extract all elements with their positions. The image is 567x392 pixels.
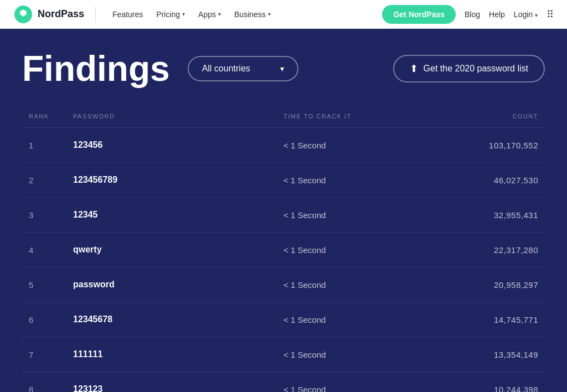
- nav-divider: [95, 7, 96, 22]
- cell-rank: 5: [22, 267, 66, 302]
- table-row: 4 qwerty < 1 Second 22,317,280: [22, 233, 545, 267]
- country-select-button[interactable]: All countries ▾: [188, 56, 298, 81]
- pricing-chevron-icon: ▾: [182, 11, 185, 17]
- table-header-row: Rank Password Time to crack it Count: [22, 109, 545, 128]
- cell-time: < 1 Second: [277, 198, 432, 233]
- table-row: 3 12345 < 1 Second 32,955,431: [22, 198, 545, 233]
- business-chevron-icon: ▾: [268, 11, 271, 17]
- col-header-count: Count: [432, 109, 545, 128]
- nav-help[interactable]: Help: [489, 10, 505, 19]
- cell-rank: 3: [22, 198, 66, 233]
- col-header-time: Time to crack it: [277, 109, 432, 128]
- table-row: 5 password < 1 Second 20,958,297: [22, 267, 545, 302]
- nav-business[interactable]: Business ▾: [229, 7, 276, 22]
- navbar: NordPass Features Pricing ▾ Apps ▾ Busin…: [0, 0, 567, 29]
- table-row: 1 123456 < 1 Second 103,170,552: [22, 128, 545, 163]
- nav-pricing[interactable]: Pricing ▾: [151, 7, 190, 22]
- apps-chevron-icon: ▾: [218, 11, 221, 17]
- col-header-rank: Rank: [22, 109, 66, 128]
- login-chevron-icon: ▾: [535, 12, 538, 18]
- cell-rank: 2: [22, 163, 66, 198]
- cell-time: < 1 Second: [277, 233, 432, 267]
- get-nordpass-button[interactable]: Get NordPass: [382, 5, 456, 24]
- cell-password: 123123: [66, 372, 277, 393]
- table-row: 2 123456789 < 1 Second 46,027,530: [22, 163, 545, 198]
- cell-count: 103,170,552: [432, 128, 545, 163]
- table-row: 8 123123 < 1 Second 10,244,398: [22, 372, 545, 393]
- cell-password: password: [66, 267, 277, 302]
- cell-password: 123456: [66, 128, 277, 163]
- cell-password: qwerty: [66, 233, 277, 267]
- table-row: 6 12345678 < 1 Second 14,745,771: [22, 302, 545, 337]
- download-password-list-button[interactable]: ⬆ Get the 2020 password list: [393, 55, 545, 82]
- cell-time: < 1 Second: [277, 302, 432, 337]
- logo-icon: [13, 4, 33, 24]
- col-header-password: Password: [66, 109, 277, 128]
- cell-time: < 1 Second: [277, 267, 432, 302]
- cell-rank: 1: [22, 128, 66, 163]
- country-select-label: All countries: [202, 64, 250, 74]
- cell-password: 111111: [66, 337, 277, 372]
- cell-rank: 4: [22, 233, 66, 267]
- country-chevron-icon: ▾: [280, 64, 284, 73]
- nav-links: Features Pricing ▾ Apps ▾ Business ▾: [107, 7, 382, 22]
- cell-count: 20,958,297: [432, 267, 545, 302]
- cell-password: 12345: [66, 198, 277, 233]
- cell-count: 46,027,530: [432, 163, 545, 198]
- password-table-container[interactable]: Rank Password Time to crack it Count 1 1…: [22, 109, 545, 392]
- grid-icon[interactable]: ⠿: [547, 8, 554, 20]
- cell-time: < 1 Second: [277, 372, 432, 393]
- cell-password: 12345678: [66, 302, 277, 337]
- nav-right: Get NordPass Blog Help Login ▾ ⠿: [382, 5, 554, 24]
- cell-count: 10,244,398: [432, 372, 545, 393]
- nav-apps[interactable]: Apps ▾: [193, 7, 226, 22]
- cell-rank: 8: [22, 372, 66, 393]
- cell-count: 22,317,280: [432, 233, 545, 267]
- password-table: Rank Password Time to crack it Count 1 1…: [22, 109, 545, 392]
- logo-text: NordPass: [38, 8, 84, 20]
- cell-rank: 6: [22, 302, 66, 337]
- cell-time: < 1 Second: [277, 337, 432, 372]
- cell-count: 13,354,149: [432, 337, 545, 372]
- nav-blog[interactable]: Blog: [465, 10, 480, 19]
- nav-login[interactable]: Login ▾: [514, 10, 538, 19]
- cell-password: 123456789: [66, 163, 277, 198]
- cell-count: 32,955,431: [432, 198, 545, 233]
- header-row: Findings All countries ▾ ⬆ Get the 2020 …: [22, 51, 545, 86]
- cell-rank: 7: [22, 337, 66, 372]
- cell-count: 14,745,771: [432, 302, 545, 337]
- page-title: Findings: [22, 51, 170, 86]
- logo[interactable]: NordPass: [13, 4, 84, 24]
- download-icon: ⬆: [410, 63, 418, 75]
- download-btn-label: Get the 2020 password list: [424, 64, 528, 74]
- table-row: 7 111111 < 1 Second 13,354,149: [22, 337, 545, 372]
- nav-features[interactable]: Features: [107, 7, 148, 22]
- cell-time: < 1 Second: [277, 128, 432, 163]
- main-content: Findings All countries ▾ ⬆ Get the 2020 …: [0, 29, 567, 392]
- cell-time: < 1 Second: [277, 163, 432, 198]
